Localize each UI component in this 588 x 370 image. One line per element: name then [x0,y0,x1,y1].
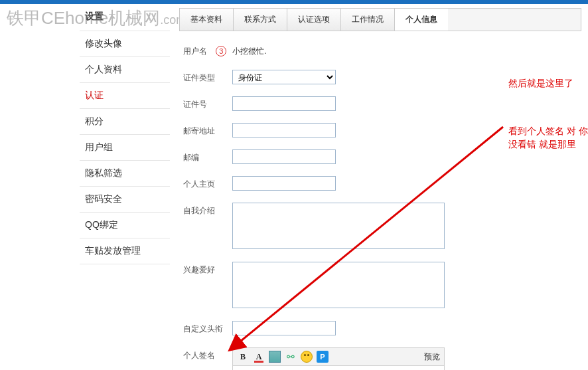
row-address: 邮寄地址 [179,123,581,139]
label-homepage: 个人主页 [179,176,232,190]
input-homepage[interactable] [232,176,336,191]
tab-contact[interactable]: 联系方式 [234,9,287,31]
row-username: 用户名 3 小挖很忙. [179,43,581,59]
param-icon[interactable]: P [317,351,329,363]
label-hobby: 兴趣爱好 [179,262,232,276]
row-hobby: 兴趣爱好 [179,262,581,310]
main-panel: 基本资料 联系方式 认证选项 工作情况 个人信息 用户名 3 小挖很忙. 证件类… [170,4,588,370]
sidebar-item-profile[interactable]: 个人资料 [80,57,170,83]
bold-icon[interactable]: B [237,351,249,363]
label-zipcode: 邮编 [179,149,232,163]
input-title[interactable] [232,321,336,335]
tab-basic[interactable]: 基本资料 [180,9,234,31]
smile-icon[interactable] [301,351,313,363]
row-signature: 个人签名 B A ⚯ P 预览 [color-Red] [179,347,581,370]
profile-form: 用户名 3 小挖很忙. 证件类型 身份证 证件号 邮寄地址 [179,43,581,370]
signature-textarea[interactable]: [color-Red] [233,366,444,370]
editor-toolbar: B A ⚯ P 预览 [233,348,444,366]
input-zipcode[interactable] [232,149,336,164]
label-signature: 个人签名 [179,347,232,361]
label-username: 用户名 3 [179,43,232,57]
sidebar-item-sticker[interactable]: 车贴发放管理 [80,238,170,264]
sidebar-item-avatar[interactable]: 修改头像 [80,31,170,57]
text-color-icon[interactable]: A [253,351,265,363]
sidebar-item-points[interactable]: 积分 [80,109,170,135]
select-id-type[interactable]: 身份证 [232,70,336,84]
row-zipcode: 邮编 [179,149,581,165]
sidebar-item-groups[interactable]: 用户组 [80,135,170,161]
input-id-no[interactable] [232,96,336,111]
sidebar-list: 修改头像 个人资料 认证 积分 用户组 隐私筛选 密码安全 QQ绑定 车贴发放管… [80,31,170,264]
badge-number-icon: 3 [216,46,226,56]
sidebar-item-privacy[interactable]: 隐私筛选 [80,161,170,187]
label-intro: 自我介绍 [179,203,232,217]
label-address: 邮寄地址 [179,123,232,137]
image-icon[interactable] [269,351,281,363]
row-id-type: 证件类型 身份证 [179,70,581,86]
sidebar-item-security[interactable]: 密码安全 [80,187,170,213]
tab-work[interactable]: 工作情况 [341,9,395,31]
tab-verify[interactable]: 认证选项 [287,9,341,31]
preview-button[interactable]: 预览 [424,351,440,363]
label-id-no: 证件号 [179,96,232,110]
tabs: 基本资料 联系方式 认证选项 工作情况 个人信息 [179,8,581,31]
textarea-intro[interactable] [232,203,445,249]
textarea-hobby[interactable] [232,262,445,308]
row-id-no: 证件号 [179,96,581,112]
link-icon[interactable]: ⚯ [285,351,297,363]
tab-personal[interactable]: 个人信息 [395,9,448,31]
row-title: 自定义头衔 [179,321,581,337]
sidebar: 设置 修改头像 个人资料 认证 积分 用户组 隐私筛选 密码安全 QQ绑定 车贴… [0,4,170,370]
signature-editor: B A ⚯ P 预览 [color-Red] [232,347,445,370]
label-title: 自定义头衔 [179,321,232,335]
value-username: 小挖很忙. [232,43,266,57]
row-homepage: 个人主页 [179,176,581,192]
sidebar-title: 设置 [80,4,170,31]
label-id-type: 证件类型 [179,70,232,84]
sidebar-item-qq[interactable]: QQ绑定 [80,213,170,238]
row-intro: 自我介绍 [179,203,581,251]
input-address[interactable] [232,123,336,138]
sidebar-item-verify[interactable]: 认证 [80,83,170,109]
